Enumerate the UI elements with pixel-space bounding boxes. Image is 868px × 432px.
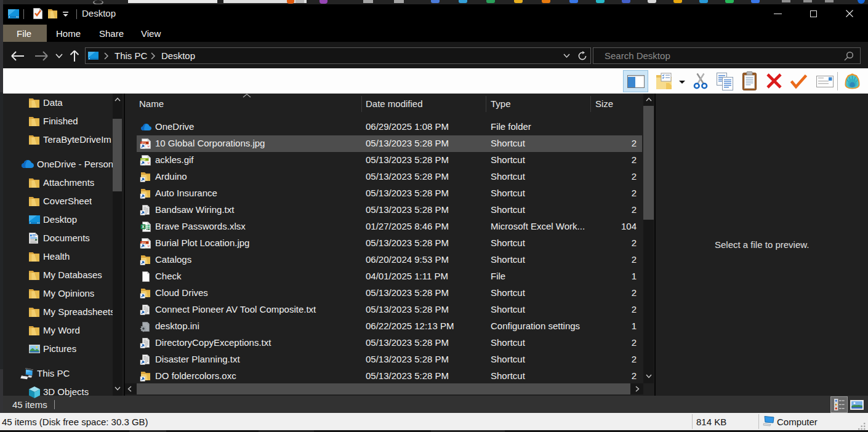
svg-text:X: X xyxy=(142,225,145,229)
